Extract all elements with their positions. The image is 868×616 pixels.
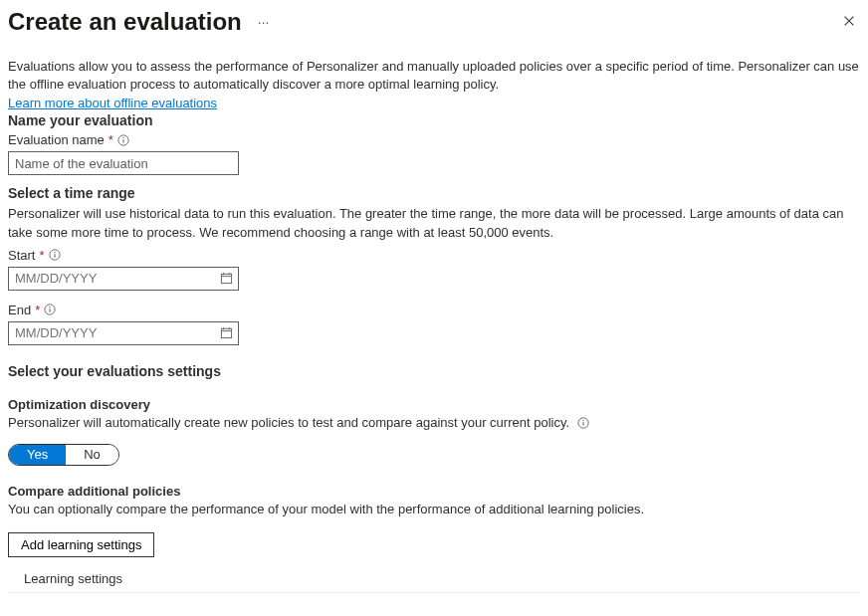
end-label: End (8, 303, 31, 317)
info-icon[interactable] (49, 249, 61, 261)
page-title: Create an evaluation (8, 8, 242, 36)
learning-settings-label: Learning settings (8, 563, 860, 593)
evaluation-name-input[interactable] (8, 151, 239, 175)
learn-more-link[interactable]: Learn more about offline evaluations (8, 96, 217, 110)
svg-point-11 (50, 307, 51, 308)
settings-heading: Select your evaluations settings (8, 363, 860, 379)
more-actions-icon[interactable]: ··· (258, 14, 270, 30)
required-indicator: * (108, 132, 113, 147)
optimization-help: Personalizer will automatically create n… (8, 414, 860, 432)
svg-point-18 (582, 420, 583, 421)
required-indicator: * (35, 303, 40, 317)
compare-heading: Compare additional policies (8, 484, 860, 499)
toggle-yes[interactable]: Yes (9, 445, 66, 465)
evaluation-name-label: Evaluation name (8, 132, 105, 147)
calendar-icon[interactable] (214, 322, 238, 344)
required-indicator: * (39, 248, 44, 263)
name-heading: Name your evaluation (8, 112, 860, 128)
svg-rect-12 (50, 308, 51, 311)
svg-rect-19 (582, 422, 583, 425)
add-learning-settings-button[interactable]: Add learning settings (8, 532, 154, 557)
svg-rect-13 (221, 329, 231, 338)
svg-rect-2 (122, 139, 123, 142)
svg-rect-6 (221, 275, 231, 284)
optimization-heading: Optimization discovery (8, 397, 860, 412)
start-date-input[interactable] (9, 271, 214, 286)
info-icon[interactable] (577, 417, 589, 429)
timerange-heading: Select a time range (8, 185, 860, 201)
svg-point-4 (54, 252, 55, 253)
optimization-toggle[interactable]: Yes No (8, 444, 119, 466)
end-date-input[interactable] (9, 325, 214, 340)
info-icon[interactable] (44, 304, 56, 315)
timerange-help: Personalizer will use historical data to… (8, 205, 860, 241)
compare-help: You can optionally compare the performan… (8, 501, 860, 518)
start-label: Start (8, 248, 35, 263)
close-icon[interactable] (838, 10, 860, 35)
toggle-no[interactable]: No (66, 445, 118, 465)
intro-text: Evaluations allow you to assess the perf… (8, 58, 860, 94)
svg-point-1 (122, 137, 123, 138)
calendar-icon[interactable] (214, 268, 238, 290)
info-icon[interactable] (117, 134, 129, 146)
svg-rect-5 (54, 254, 55, 257)
